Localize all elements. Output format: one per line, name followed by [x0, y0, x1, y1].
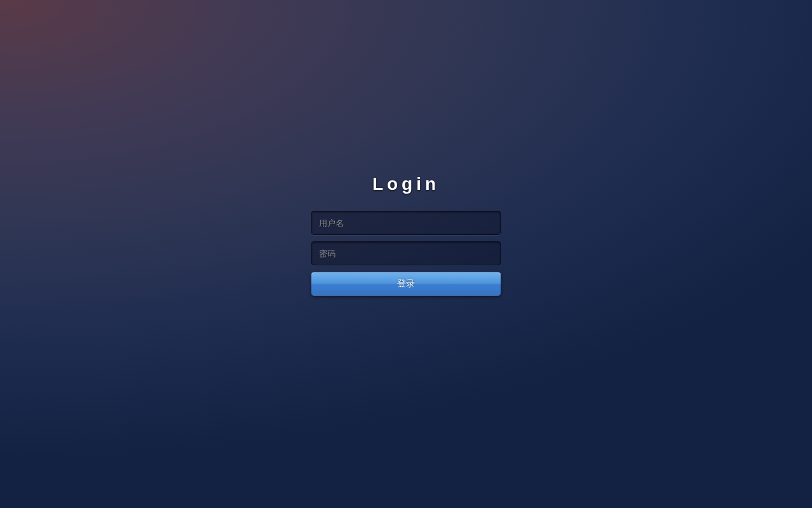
password-field[interactable] — [311, 241, 501, 265]
login-form: Login 登录 — [311, 174, 501, 296]
login-title: Login — [311, 174, 501, 194]
username-field[interactable] — [311, 211, 501, 235]
login-button[interactable]: 登录 — [311, 272, 501, 296]
